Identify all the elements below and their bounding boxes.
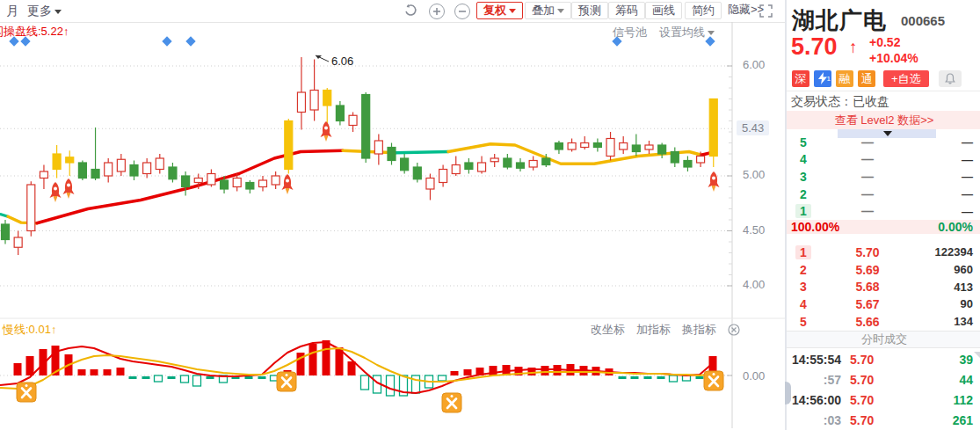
table-row[interactable]: 15.70122394	[787, 244, 980, 261]
trade-volume: 44	[892, 373, 980, 387]
table-row[interactable]: 2——	[787, 186, 980, 203]
buy-price: 5.70	[820, 245, 915, 259]
x-badge-icon	[17, 383, 36, 402]
alert-bell-icon[interactable]	[939, 70, 962, 87]
candle	[709, 99, 717, 168]
buy-level: 5	[787, 315, 820, 329]
candle	[27, 181, 35, 237]
candle	[2, 220, 10, 244]
panel-collapse-handle[interactable]	[785, 382, 791, 404]
add-watchlist-button[interactable]: +自选	[883, 70, 929, 87]
y-axis-label: 5.00	[743, 168, 765, 181]
ask-percent: 0.00%	[938, 220, 973, 234]
ma-settings-label: 设置均线	[659, 26, 705, 39]
candle	[593, 139, 601, 152]
candlestick-series	[2, 57, 718, 255]
candle	[684, 157, 692, 172]
main-chart-canvas[interactable]: 6.06	[0, 0, 785, 430]
stock-chart-app: 月 更多 复权 叠加 预测 筹码 画线 简约 隐藏>> 6.06 闪操盘线:5.…	[0, 0, 980, 430]
lightning-sub: 1	[827, 70, 831, 87]
buy-level: 3	[787, 280, 820, 294]
rocket-signal-icons	[50, 121, 720, 202]
candle	[336, 101, 344, 126]
trade-row: 14:55:545.7039	[787, 349, 980, 369]
buy-level: 1	[787, 245, 820, 259]
tag-shenzhen: 深	[792, 70, 809, 87]
table-row[interactable]: 3——	[787, 168, 980, 186]
candle	[259, 176, 267, 192]
buy-price: 5.67	[820, 297, 915, 311]
change-axis-link[interactable]: 改坐标	[591, 322, 625, 338]
rocket-icon	[708, 171, 720, 192]
gridlines	[0, 22, 785, 428]
table-row[interactable]: 55.66134	[787, 313, 980, 331]
stock-tag-row: 深 1 融 通 +自选	[792, 70, 962, 87]
close-indicator-icon[interactable]	[728, 324, 740, 336]
ma-settings-link[interactable]: 设置均线	[659, 25, 715, 40]
buy-level: 2	[787, 263, 820, 277]
candle	[529, 157, 537, 171]
candle	[310, 60, 318, 121]
candle	[581, 136, 589, 149]
lightning-icon: 1	[814, 70, 831, 87]
y-axis-label: 5.43	[737, 120, 769, 135]
sell-volume: —	[915, 205, 980, 218]
sell-volume: —	[915, 187, 980, 200]
trade-time: 14:56:00	[787, 393, 841, 407]
candle	[272, 171, 279, 189]
table-row[interactable]: 1——	[787, 202, 980, 220]
trade-list[interactable]: 14:55:545.7039:575.704414:56:005.70112:0…	[787, 349, 980, 430]
buy-volume: 90	[915, 297, 980, 310]
ticker-header: 分时成交	[787, 331, 980, 348]
candle	[66, 150, 74, 176]
candle	[143, 158, 151, 179]
trade-time: 14:55:54	[787, 353, 841, 367]
table-row[interactable]: 25.69960	[787, 261, 980, 279]
candle	[362, 92, 370, 163]
rocket-icon	[50, 182, 62, 202]
candle	[517, 158, 525, 171]
signal-pool-link[interactable]: 信号池	[613, 25, 647, 40]
sell-price: —	[820, 135, 915, 149]
scroll-corner-icon	[974, 352, 980, 359]
trade-time: :03	[787, 413, 841, 427]
candle	[478, 157, 486, 174]
candle	[426, 174, 434, 200]
table-row[interactable]: 5——	[787, 134, 980, 151]
x-badge-icon	[277, 372, 296, 391]
candle	[645, 141, 653, 154]
rocket-icon	[63, 179, 75, 199]
rocket-icon	[321, 121, 332, 142]
table-row[interactable]: 4——	[787, 151, 980, 169]
sell-volume: —	[915, 153, 980, 166]
table-row[interactable]: 45.6790	[787, 295, 980, 313]
candle	[388, 143, 396, 165]
candle	[246, 180, 254, 193]
candle	[40, 165, 47, 190]
level2-banner-link[interactable]: 查看 Level2 数据>>	[787, 111, 980, 129]
x-badge-icon	[704, 371, 723, 390]
candle	[401, 154, 409, 174]
candle	[297, 57, 305, 130]
trade-volume: 261	[892, 413, 980, 427]
trade-volume: 39	[892, 353, 980, 367]
trade-volume: 112	[892, 393, 980, 407]
candle	[207, 170, 215, 187]
add-indicator-link[interactable]: 加指标	[636, 322, 671, 338]
trade-row: :035.70261	[787, 410, 980, 430]
price-change-percent: +10.04%	[869, 51, 918, 65]
candle	[130, 161, 138, 181]
candle	[105, 158, 113, 183]
candle	[182, 171, 190, 196]
switch-indicator-link[interactable]: 换指标	[682, 322, 716, 338]
candle	[117, 154, 125, 176]
y-axis-label: 6.00	[743, 58, 765, 71]
table-row[interactable]: 35.68413	[787, 278, 980, 295]
trade-row: :575.7044	[787, 369, 980, 390]
last-price: 5.70	[791, 33, 838, 61]
trade-price: 5.70	[841, 413, 892, 427]
sub-chart-links: 改坐标 加指标 换指标	[591, 322, 740, 338]
sub-zero-label: 0.00	[743, 369, 765, 383]
buy-volume: 122394	[915, 245, 980, 259]
candle	[78, 161, 86, 181]
